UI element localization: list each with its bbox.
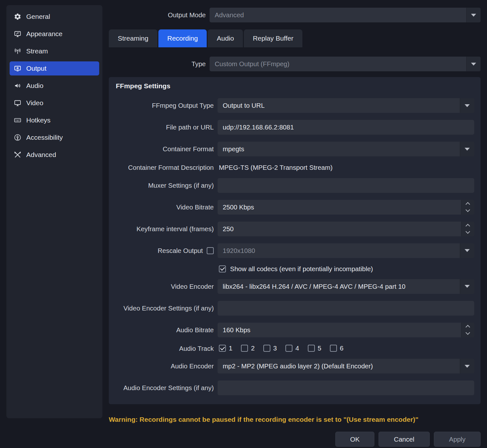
video-encoder-settings-input[interactable] <box>218 301 474 316</box>
audio-track-6-checkbox[interactable] <box>330 345 337 352</box>
chevron-down-icon <box>460 359 474 373</box>
sidebar-item-label: Accessibility <box>26 134 63 141</box>
sidebar-item-label: Audio <box>26 82 44 90</box>
audio-track-6[interactable]: 6 <box>330 344 343 352</box>
output-mode-select[interactable]: Advanced <box>210 8 481 22</box>
video-bitrate-label: Video Bitrate <box>115 203 214 211</box>
audio-track-4-checkbox[interactable] <box>285 345 292 352</box>
muxer-settings-input[interactable] <box>218 178 474 193</box>
show-all-codecs-checkbox[interactable] <box>219 265 226 272</box>
audio-track-3[interactable]: 3 <box>263 344 277 352</box>
speaker-icon <box>13 82 22 90</box>
antenna-icon <box>13 47 22 55</box>
sidebar-item-video[interactable]: Video <box>10 96 99 110</box>
ok-button[interactable]: OK <box>335 432 374 447</box>
show-all-codecs-group: Show all codecs (even if potentially inc… <box>218 265 474 273</box>
file-path-label: File path or URL <box>115 123 214 131</box>
chevron-down-icon <box>460 279 474 294</box>
audio-encoder-settings-row: Audio Encoder Settings (if any) <box>115 381 474 395</box>
audio-encoder-settings-label: Audio Encoder Settings (if any) <box>115 384 214 392</box>
audio-bitrate-input[interactable] <box>218 323 474 337</box>
audio-encoder-settings-input[interactable] <box>218 381 474 395</box>
output-mode-row: Output Mode Advanced <box>109 8 481 22</box>
chevron-down-icon <box>466 57 481 71</box>
container-format-desc-value: MPEG-TS (MPEG-2 Transport Stream) <box>218 164 474 171</box>
sidebar-item-label: General <box>26 13 50 20</box>
spin-down-button[interactable] <box>461 330 474 337</box>
video-bitrate-row: Video Bitrate <box>115 200 474 215</box>
container-format-label: Container Format <box>115 145 214 153</box>
tab-streaming[interactable]: Streaming <box>109 29 157 47</box>
audio-bitrate-spinner <box>218 323 474 337</box>
video-bitrate-input[interactable] <box>218 200 474 215</box>
rescale-output-row: Rescale Output 1920x1080 <box>115 243 474 258</box>
audio-track-3-label: 3 <box>273 344 277 352</box>
keyboard-icon <box>13 116 22 124</box>
recording-type-value: Custom Output (FFmpeg) <box>215 60 290 68</box>
panel-title: FFmpeg Settings <box>116 82 474 90</box>
audio-track-2[interactable]: 2 <box>241 344 254 352</box>
audio-track-1-label: 1 <box>229 344 232 352</box>
spin-down-button[interactable] <box>461 207 474 215</box>
spin-up-button[interactable] <box>461 222 474 229</box>
spin-up-button[interactable] <box>461 200 474 207</box>
spin-down-button[interactable] <box>461 229 474 236</box>
audio-track-3-checkbox[interactable] <box>263 345 270 352</box>
sidebar-item-advanced[interactable]: Advanced <box>10 148 99 162</box>
apply-button[interactable]: Apply <box>434 432 481 447</box>
spinner-buttons <box>461 222 474 236</box>
sidebar-item-stream[interactable]: Stream <box>10 44 99 58</box>
chevron-down-icon <box>460 98 474 113</box>
keyframe-interval-label: Keyframe interval (frames) <box>115 225 214 233</box>
output-mode-value: Advanced <box>215 11 244 19</box>
sidebar-item-hotkeys[interactable]: Hotkeys <box>10 113 99 127</box>
sidebar-item-label: Output <box>26 65 46 72</box>
ffmpeg-settings-panel: FFmpeg Settings FFmpeg Output Type Outpu… <box>109 77 481 404</box>
keyframe-interval-input[interactable] <box>218 222 474 236</box>
audio-track-4[interactable]: 4 <box>285 344 299 352</box>
tab-replay-buffer[interactable]: Replay Buffer <box>244 29 302 47</box>
dialog-footer: OK Cancel Apply <box>109 432 481 447</box>
output-mode-label: Output Mode <box>109 11 206 19</box>
sidebar-item-accessibility[interactable]: Accessibility <box>10 130 99 145</box>
tools-icon <box>13 151 22 159</box>
video-encoder-select[interactable]: libx264 - libx264 H.264 / AVC / MPEG-4 A… <box>218 279 474 294</box>
recording-type-select[interactable]: Custom Output (FFmpeg) <box>210 57 481 71</box>
ffmpeg-output-type-select[interactable]: Output to URL <box>218 98 474 113</box>
sidebar-item-audio[interactable]: Audio <box>10 79 99 93</box>
sidebar-item-appearance[interactable]: Appearance <box>10 27 99 41</box>
spin-up-button[interactable] <box>461 323 474 330</box>
sidebar-item-general[interactable]: General <box>10 10 99 24</box>
video-encoder-settings-label: Video Encoder Settings (if any) <box>115 304 214 312</box>
rescale-resolution-value: 1920x1080 <box>223 247 255 255</box>
rescale-output-checkbox[interactable] <box>207 247 214 254</box>
appearance-icon <box>13 30 22 38</box>
audio-track-2-checkbox[interactable] <box>241 345 248 352</box>
cancel-button[interactable]: Cancel <box>379 432 430 447</box>
audio-encoder-value: mp2 - MP2 (MPEG audio layer 2) (Default … <box>223 362 373 370</box>
audio-track-1-checkbox[interactable] <box>219 345 226 352</box>
file-path-input[interactable] <box>218 120 474 135</box>
sidebar-item-output[interactable]: Output <box>10 61 99 75</box>
rescale-resolution-select[interactable]: 1920x1080 <box>218 243 474 258</box>
audio-track-5[interactable]: 5 <box>308 344 321 352</box>
chevron-down-icon <box>466 8 481 22</box>
audio-track-1[interactable]: 1 <box>219 344 232 352</box>
audio-track-5-checkbox[interactable] <box>308 345 315 352</box>
tab-audio[interactable]: Audio <box>208 29 243 47</box>
video-encoder-label: Video Encoder <box>115 282 214 291</box>
audio-track-2-label: 2 <box>251 344 254 352</box>
tab-recording[interactable]: Recording <box>158 29 207 47</box>
spinner-buttons <box>461 200 474 215</box>
container-format-select[interactable]: mpegts <box>218 142 474 156</box>
audio-bitrate-label: Audio Bitrate <box>115 326 214 334</box>
audio-encoder-select[interactable]: mp2 - MP2 (MPEG audio layer 2) (Default … <box>218 359 474 373</box>
audio-track-label: Audio Track <box>115 344 214 353</box>
ffmpeg-output-type-row: FFmpeg Output Type Output to URL <box>115 98 474 113</box>
settings-content: Output Mode Advanced Streaming Recording… <box>109 5 481 447</box>
video-encoder-value: libx264 - libx264 H.264 / AVC / MPEG-4 A… <box>223 283 405 290</box>
audio-bitrate-row: Audio Bitrate <box>115 323 474 337</box>
chevron-down-icon <box>460 243 474 258</box>
sidebar-item-label: Appearance <box>26 30 62 38</box>
keyframe-interval-row: Keyframe interval (frames) <box>115 222 474 236</box>
